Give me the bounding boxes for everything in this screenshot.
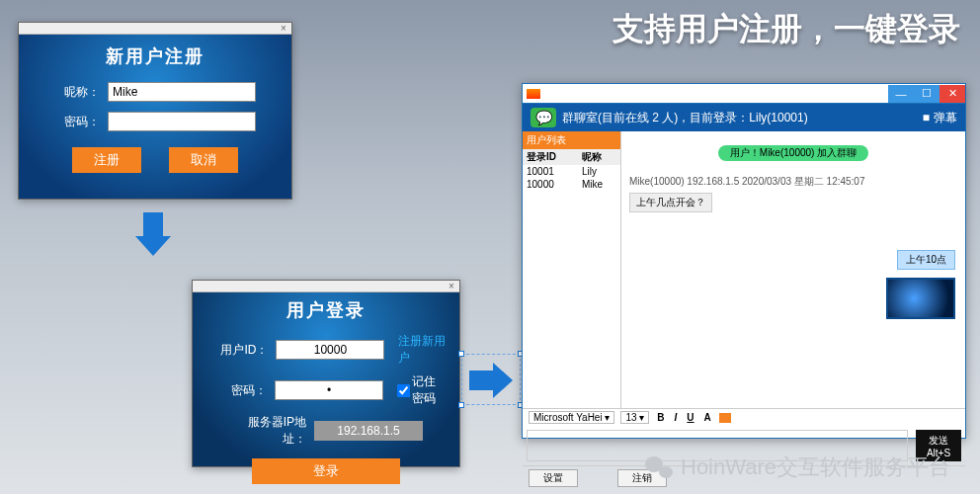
register-password-input[interactable] [108,112,256,131]
register-titlebar: × [19,23,291,35]
remember-wrap[interactable]: 记住密码 [397,373,448,407]
uid-label: 用户ID： [204,342,268,359]
register-button[interactable]: 注册 [72,147,141,173]
login-button[interactable]: 登录 [252,458,400,484]
italic-button[interactable]: I [673,412,680,423]
uid-input[interactable] [276,340,384,360]
close-icon[interactable]: ✕ [939,85,965,103]
ip-input[interactable] [314,421,423,441]
font-select[interactable]: Microsoft YaHei ▾ [529,411,614,424]
nick-row: 昵称： [54,82,256,102]
user-list-tab[interactable]: 用户列表 [523,131,620,149]
arrow-down-icon [138,212,168,258]
join-message: 用户！Mike(10000) 加入群聊 [718,145,868,161]
col-id: 登录ID [523,149,578,165]
user-panel: 用户列表 登录ID昵称 10001Lily 10000Mike [523,131,621,408]
chat-titlebar: — ☐ ✕ [523,84,965,104]
watermark: HoinWare交互软件服务平台 [645,453,950,482]
pwd-row: 密码： [54,112,256,131]
remember-checkbox[interactable] [397,384,410,397]
message-right: 上午10点 [897,250,955,270]
register-button-row: 注册 取消 [72,147,238,173]
ip-label: 服务器IP地址： [229,414,306,448]
bullet-square-icon[interactable]: ■ [923,111,930,124]
window-buttons: — ☐ ✕ [888,85,965,103]
login-pwd-row: 密码： 记住密码 [204,373,448,407]
message-area: 用户！Mike(10000) 加入群聊 Mike(10000) 192.168.… [621,131,965,408]
chat-window: — ☐ ✕ 💬 群聊室(目前在线 2 人)，目前登录：Lily(10001) ■… [522,83,966,439]
login-titlebar: × [193,281,459,292]
chat-body: 用户列表 登录ID昵称 10001Lily 10000Mike 用户！Mike(… [523,131,965,408]
login-title: 用户登录 [286,298,366,322]
format-toolbar: Microsoft YaHei ▾ 13 ▾ B I U A [523,408,965,426]
close-icon[interactable]: × [278,23,289,34]
underline-button[interactable]: U [685,412,695,423]
arrow-right-icon [469,366,515,395]
register-title: 新用户注册 [106,44,204,68]
page-headline: 支持用户注册，一键登录 [612,8,960,51]
app-icon [527,89,540,99]
login-password-input[interactable] [275,380,383,400]
text-color-button[interactable]: A [702,412,713,423]
ip-row: 服务器IP地址： [229,414,423,448]
chat-header: 💬 群聊室(目前在线 2 人)，目前登录：Lily(10001) ■ 弹幕 [523,104,965,131]
message-left: 上午几点开会？ [629,193,712,212]
pwd-label: 密码： [54,114,100,130]
nick-label: 昵称： [54,84,100,101]
login-window: × 用户登录 用户ID： 注册新用户 密码： 记住密码 服务器IP地址： 登录 [192,280,460,467]
register-window: × 新用户注册 昵称： 密码： 注册 取消 [18,22,292,200]
table-row[interactable]: 10001Lily [523,165,620,178]
col-nick: 昵称 [578,149,620,165]
login-body: 用户登录 用户ID： 注册新用户 密码： 记住密码 服务器IP地址： 登录 [193,292,459,466]
wechat-icon [645,454,673,480]
minimize-icon[interactable]: — [888,85,914,103]
table-row[interactable]: 10000Mike [523,178,620,191]
close-icon[interactable]: × [446,281,457,291]
login-pwd-label: 密码： [204,382,267,399]
image-thumbnail[interactable] [886,278,955,319]
font-size-select[interactable]: 13 ▾ [620,411,649,424]
message-meta: Mike(10000) 192.168.1.5 2020/03/03 星期二 1… [629,175,957,189]
maximize-icon[interactable]: ☐ [914,85,939,103]
chat-header-text: 群聊室(目前在线 2 人)，目前登录：Lily(10001) [562,110,808,126]
bullet-label: 弹幕 [934,110,957,126]
settings-button[interactable]: 设置 [529,469,578,487]
cancel-button[interactable]: 取消 [169,147,238,173]
user-table: 登录ID昵称 10001Lily 10000Mike [523,149,620,191]
color-swatch[interactable] [719,413,731,423]
watermark-text: HoinWare交互软件服务平台 [681,453,950,482]
uid-row: 用户ID： 注册新用户 [204,333,448,367]
remember-label: 记住密码 [412,373,448,407]
chat-bubble-icon: 💬 [531,108,556,127]
nick-input[interactable] [108,82,256,102]
bold-button[interactable]: B [655,412,666,423]
register-link[interactable]: 注册新用户 [398,333,448,367]
register-body: 新用户注册 昵称： 密码： 注册 取消 [19,35,291,199]
